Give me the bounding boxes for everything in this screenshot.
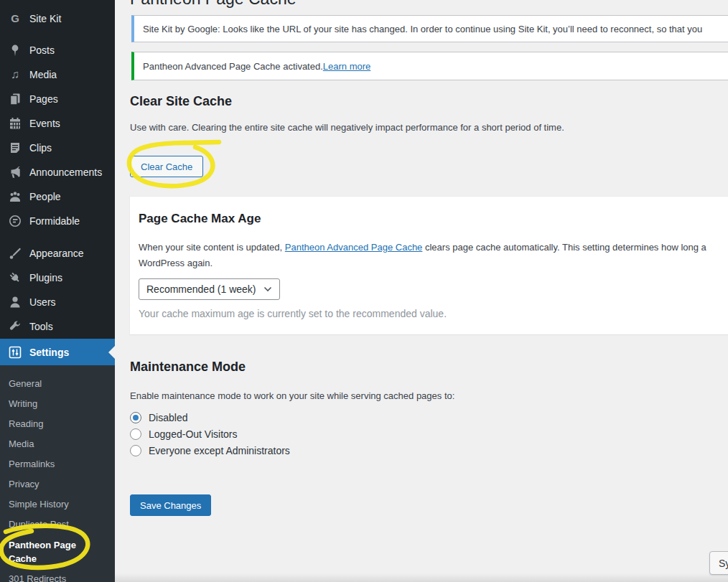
- stacked-pages-icon: [8, 92, 22, 106]
- sidebar-item-label: Settings: [29, 347, 69, 358]
- main-content: Pantheon Page Cache Site Kit by Google: …: [115, 0, 728, 582]
- menu-separator: [0, 233, 115, 241]
- radio-option-disabled[interactable]: Disabled: [130, 412, 290, 423]
- max-age-helper-text: Your cache maximum age is currently set …: [139, 308, 447, 319]
- plug-icon: [8, 271, 22, 285]
- sidebar-item-media[interactable]: ♫ Media: [0, 62, 115, 87]
- max-age-description: When your site content is updated, Panth…: [139, 240, 706, 271]
- max-age-description-line1: When your site content is updated, Panth…: [139, 240, 706, 255]
- radio-option-everyone-except-admins[interactable]: Everyone except Administrators: [130, 445, 290, 456]
- submenu-item-media[interactable]: Media: [0, 434, 115, 454]
- sidebar-item-label: Posts: [29, 44, 55, 56]
- admin-sidebar: G Site Kit Posts ♫ Media Pages Events Cl…: [0, 0, 115, 582]
- sidebar-item-posts[interactable]: Posts: [0, 38, 115, 62]
- max-age-description-line2: WordPress again.: [139, 255, 706, 271]
- sidebar-item-label: Site Kit: [29, 13, 61, 24]
- sidebar-item-site-kit[interactable]: G Site Kit: [0, 6, 115, 31]
- formidable-circle-icon: [8, 214, 22, 228]
- sidebar-item-label: Events: [29, 118, 60, 129]
- sidebar-item-label: Media: [29, 69, 57, 80]
- clear-site-cache-description: Use with care. Clearing the entire site …: [130, 121, 564, 135]
- submenu-item-reading[interactable]: Reading: [0, 414, 115, 434]
- sync-button-partial[interactable]: Sy: [709, 551, 728, 575]
- megaphone-icon: [8, 165, 22, 179]
- submenu-item-privacy[interactable]: Privacy: [0, 474, 115, 494]
- calendar-icon: [8, 116, 22, 131]
- music-notes-icon: ♫: [8, 67, 22, 82]
- maintenance-mode-radio-group: Disabled Logged-Out Visitors Everyone ex…: [130, 412, 290, 461]
- sidebar-item-label: Users: [29, 296, 56, 308]
- current-menu-arrow: [108, 346, 115, 359]
- radio-button-checked[interactable]: [130, 412, 141, 423]
- menu-separator: [0, 31, 115, 38]
- submenu-item-301-redirects[interactable]: 301 Redirects: [0, 569, 115, 582]
- sidebar-item-label: Appearance: [29, 248, 84, 259]
- radio-label: Logged-Out Visitors: [149, 428, 237, 440]
- document-icon: [8, 141, 22, 155]
- page-title: Pantheon Page Cache: [130, 0, 296, 9]
- maintenance-mode-heading: Maintenance Mode: [130, 360, 246, 375]
- max-age-select[interactable]: Recommended (1 week): [139, 278, 280, 300]
- radio-option-logged-out-visitors[interactable]: Logged-Out Visitors: [130, 428, 290, 440]
- page-cache-max-age-card: Page Cache Max Age When your site conten…: [130, 197, 728, 334]
- submenu-item-writing[interactable]: Writing: [0, 394, 115, 414]
- pushpin-icon: [8, 43, 22, 57]
- sliders-icon: [8, 345, 22, 360]
- max-age-desc-after: clears page cache automatically. This se…: [422, 242, 706, 253]
- sidebar-item-people[interactable]: People: [0, 184, 115, 209]
- sidebar-item-label: Formidable: [29, 215, 80, 227]
- sidebar-item-label: Plugins: [29, 272, 62, 283]
- chevron-down-icon: [263, 286, 272, 292]
- radio-button[interactable]: [130, 428, 141, 440]
- submenu-item-permalinks[interactable]: Permalinks: [0, 454, 115, 474]
- max-age-select-value: Recommended (1 week): [146, 283, 256, 295]
- radio-button[interactable]: [130, 445, 141, 456]
- site-kit-notice-text: Site Kit by Google: Looks like the URL o…: [143, 24, 702, 34]
- sidebar-item-label: Clips: [29, 142, 52, 154]
- sidebar-item-events[interactable]: Events: [0, 111, 115, 136]
- paintbrush-icon: [8, 246, 22, 261]
- sidebar-item-label: Tools: [29, 321, 53, 332]
- pantheon-activated-notice: Pantheon Advanced Page Cache activated. …: [131, 52, 728, 80]
- maintenance-mode-description: Enable maintenance mode to work on your …: [130, 389, 454, 403]
- sidebar-item-settings[interactable]: Settings: [0, 339, 115, 365]
- wrench-icon: [8, 319, 22, 334]
- max-age-heading: Page Cache Max Age: [139, 212, 261, 226]
- sidebar-item-appearance[interactable]: Appearance: [0, 241, 115, 266]
- sidebar-item-label: Pages: [29, 93, 58, 105]
- radio-label: Disabled: [149, 412, 187, 423]
- sidebar-item-announcements[interactable]: Announcements: [0, 160, 115, 184]
- learn-more-link[interactable]: Learn more: [323, 61, 370, 72]
- sidebar-item-clips[interactable]: Clips: [0, 136, 115, 160]
- sidebar-item-pages[interactable]: Pages: [0, 87, 115, 111]
- submenu-item-pantheon-page-cache[interactable]: Pantheon Page Cache: [0, 535, 92, 569]
- site-kit-icon: G: [8, 11, 22, 26]
- settings-submenu: General Writing Reading Media Permalinks…: [0, 365, 115, 582]
- pantheon-notice-text: Pantheon Advanced Page Cache activated.: [143, 61, 323, 72]
- person-icon: [8, 295, 22, 309]
- pantheon-advanced-page-cache-link[interactable]: Pantheon Advanced Page Cache: [285, 242, 423, 253]
- group-icon: [8, 189, 22, 204]
- submenu-item-general[interactable]: General: [0, 374, 115, 394]
- submenu-item-duplicate-post[interactable]: Duplicate Post: [0, 515, 115, 535]
- sidebar-item-tools[interactable]: Tools: [0, 314, 115, 339]
- clear-site-cache-heading: Clear Site Cache: [130, 94, 232, 109]
- clear-cache-button[interactable]: Clear Cache: [130, 156, 203, 177]
- max-age-desc-before: When your site content is updated,: [139, 242, 285, 253]
- site-kit-notice: Site Kit by Google: Looks like the URL o…: [131, 15, 728, 42]
- sidebar-item-plugins[interactable]: Plugins: [0, 266, 115, 290]
- sidebar-item-formidable[interactable]: Formidable: [0, 209, 115, 233]
- sidebar-item-label: Announcements: [29, 166, 102, 178]
- sidebar-item-label: People: [29, 191, 61, 202]
- submenu-item-simple-history[interactable]: Simple History: [0, 494, 115, 515]
- radio-label: Everyone except Administrators: [149, 445, 290, 456]
- save-changes-button[interactable]: Save Changes: [130, 494, 211, 516]
- sidebar-item-users[interactable]: Users: [0, 290, 115, 314]
